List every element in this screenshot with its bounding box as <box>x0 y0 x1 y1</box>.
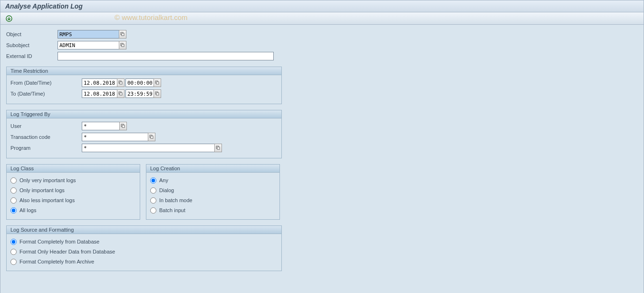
log-creation-opt4-label[interactable]: Batch input <box>159 207 185 213</box>
program-label: Program <box>10 145 82 151</box>
to-date-input[interactable] <box>82 89 117 98</box>
log-source-opt3-radio[interactable] <box>10 259 17 265</box>
from-label: From (Date/Time) <box>10 80 82 86</box>
to-time-help-button[interactable] <box>154 89 161 98</box>
time-restriction-panel: Time Restriction From (Date/Time) To (Da… <box>6 67 282 104</box>
tcode-label: Transaction code <box>10 134 82 140</box>
object-help-button[interactable] <box>119 30 126 39</box>
title-bar: Analyse Application Log <box>0 0 644 12</box>
user-input[interactable] <box>82 122 120 130</box>
log-class-opt1-row: Only very important logs <box>10 176 136 185</box>
external-id-label: External ID <box>6 53 58 59</box>
log-source-header: Log Source and Formatting <box>7 226 281 234</box>
from-row: From (Date/Time) <box>10 78 278 88</box>
to-row: To (Date/Time) <box>10 89 278 98</box>
log-triggered-panel: Log Triggered By User Transaction code P… <box>6 110 282 158</box>
log-source-opt1-row: Format Completely from Database <box>10 237 278 246</box>
log-class-panel: Log Class Only very important logs Only … <box>6 164 140 220</box>
log-creation-opt4-row: Batch input <box>150 205 276 215</box>
svg-rect-8 <box>156 82 159 84</box>
program-help-button[interactable] <box>214 144 222 152</box>
user-help-button[interactable] <box>119 122 127 130</box>
content-area: Object Subobject External ID Time Restri… <box>0 25 644 293</box>
user-label: User <box>10 123 82 129</box>
log-creation-opt3-row: In batch mode <box>150 195 276 205</box>
svg-rect-14 <box>122 125 125 127</box>
tcode-row: Transaction code <box>10 132 278 142</box>
subobject-help-button[interactable] <box>119 41 126 49</box>
log-class-opt4-radio[interactable] <box>10 207 17 214</box>
watermark: © www.tutorialkart.com <box>115 13 188 21</box>
log-class-opt2-label[interactable]: Only important logs <box>19 187 65 193</box>
log-creation-opt3-radio[interactable] <box>150 197 156 204</box>
page-title: Analyse Application Log <box>5 2 83 10</box>
object-input[interactable] <box>58 30 119 39</box>
log-source-opt2-radio[interactable] <box>10 249 17 255</box>
to-label: To (Date/Time) <box>10 91 82 97</box>
log-source-panel: Log Source and Formatting Format Complet… <box>6 225 282 271</box>
log-creation-opt1-row: Any <box>150 176 276 185</box>
from-date-help-button[interactable] <box>117 78 125 87</box>
log-source-opt1-radio[interactable] <box>10 239 17 245</box>
log-creation-header: Log Creation <box>146 165 279 173</box>
subobject-input[interactable] <box>58 41 119 49</box>
program-input[interactable] <box>82 144 215 152</box>
log-source-opt3-row: Format Completely from Archive <box>10 257 278 266</box>
from-time-input[interactable] <box>125 78 154 87</box>
svg-rect-4 <box>122 44 124 47</box>
log-creation-opt4-radio[interactable] <box>150 207 156 214</box>
log-class-opt1-radio[interactable] <box>10 177 17 184</box>
log-source-opt1-label[interactable]: Format Completely from Database <box>19 239 99 244</box>
log-class-opt4-row: All logs <box>10 205 136 215</box>
log-class-opt3-radio[interactable] <box>10 197 17 204</box>
log-creation-opt2-label[interactable]: Dialog <box>159 187 174 193</box>
log-source-opt2-label[interactable]: Format Only Header Data from Database <box>19 249 115 254</box>
log-class-opt2-radio[interactable] <box>10 187 17 194</box>
log-class-opt1-label[interactable]: Only very important logs <box>19 177 76 183</box>
tcode-help-button[interactable] <box>148 133 155 141</box>
external-id-input[interactable] <box>58 52 274 60</box>
subobject-label: Subobject <box>6 42 58 48</box>
toolbar: © www.tutorialkart.com <box>0 12 644 25</box>
execute-icon[interactable] <box>5 15 13 22</box>
log-creation-opt2-row: Dialog <box>150 186 276 195</box>
top-fields: Object Subobject External ID <box>6 29 282 61</box>
tcode-input[interactable] <box>82 133 148 141</box>
log-creation-opt1-label[interactable]: Any <box>159 177 168 183</box>
log-class-opt4-label[interactable]: All logs <box>19 207 36 213</box>
to-time-input[interactable] <box>125 89 154 98</box>
svg-rect-6 <box>120 82 122 84</box>
external-id-row: External ID <box>6 51 282 61</box>
to-date-help-button[interactable] <box>117 89 125 98</box>
log-class-header: Log Class <box>7 165 140 173</box>
log-creation-opt1-radio[interactable] <box>150 177 156 184</box>
log-class-opt2-row: Only important logs <box>10 186 136 195</box>
log-source-opt3-label[interactable]: Format Completely from Archive <box>19 259 94 264</box>
class-creation-row: Log Class Only very important logs Only … <box>6 164 638 220</box>
log-source-opt2-row: Format Only Header Data from Database <box>10 247 278 256</box>
log-triggered-header: Log Triggered By <box>7 110 281 118</box>
program-row: Program <box>10 143 278 153</box>
svg-rect-16 <box>151 136 153 138</box>
subobject-row: Subobject <box>6 40 282 50</box>
from-time-help-button[interactable] <box>154 78 161 87</box>
log-class-opt3-label[interactable]: Also less important logs <box>19 197 75 203</box>
from-date-input[interactable] <box>82 78 117 87</box>
object-row: Object <box>6 29 282 39</box>
log-class-opt3-row: Also less important logs <box>10 195 136 205</box>
user-row: User <box>10 121 278 131</box>
log-creation-opt2-radio[interactable] <box>150 187 156 194</box>
svg-rect-10 <box>120 93 122 95</box>
svg-rect-2 <box>122 33 124 36</box>
object-label: Object <box>6 31 58 37</box>
time-restriction-header: Time Restriction <box>7 67 281 75</box>
svg-rect-18 <box>217 147 220 149</box>
svg-rect-12 <box>156 93 159 95</box>
log-creation-panel: Log Creation Any Dialog In batch mode Ba… <box>146 164 280 220</box>
log-creation-opt3-label[interactable]: In batch mode <box>159 197 192 203</box>
